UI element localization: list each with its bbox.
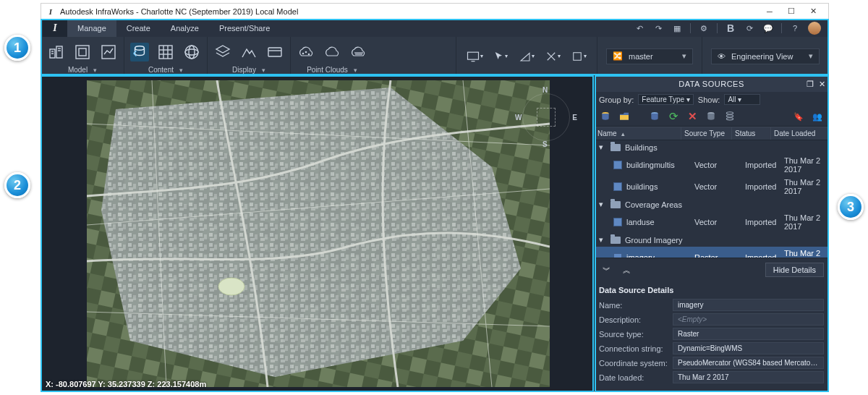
cloud-dense-icon[interactable] [349, 43, 367, 61]
col-name-header[interactable]: Name [597, 129, 617, 137]
db-import-icon[interactable] [130, 43, 149, 61]
callout-3: 3 [838, 194, 864, 220]
chevron-down-icon: ▾ [809, 51, 813, 61]
rectangle-icon[interactable]: ▾ [569, 47, 588, 66]
tab-analyze[interactable]: Analyze [161, 20, 209, 37]
screen-icon[interactable]: ▾ [465, 47, 484, 66]
view-combo-wrap: 👁 Engineering View ▾ [702, 37, 828, 75]
delete-x-icon[interactable]: ✕ [686, 110, 699, 123]
tree-group[interactable]: ▾Buildings [595, 140, 828, 154]
svg-rect-19 [268, 48, 281, 56]
window-title: Autodesk InfraWorks - Charlotte NC (Sept… [60, 7, 298, 16]
db-icon[interactable] [648, 110, 661, 123]
panel-popout-icon[interactable]: ❐ [807, 80, 814, 89]
table-row[interactable]: buildingsVectorImportedThu Mar 2 2017 [595, 176, 828, 198]
db-open-icon[interactable] [618, 110, 631, 123]
tree-group[interactable]: ▾Coverage Areas [595, 198, 828, 211]
grid4-icon[interactable]: ▦ [671, 22, 683, 34]
list-header: Name Source Type Status Date Loaded [595, 127, 828, 140]
group-by-select[interactable]: Feature Type ▾ [638, 94, 694, 105]
tab-manage[interactable]: Manage [67, 20, 116, 37]
panel-filter-row: Group by: Feature Type ▾ Show: All ▾ [595, 92, 828, 107]
tree-group[interactable]: ▾Ground Imagery [595, 233, 828, 247]
globe-icon[interactable] [182, 43, 201, 61]
window-maximize-button[interactable]: ☐ [780, 4, 802, 19]
svg-marker-28 [521, 53, 529, 61]
home-button[interactable]: I [43, 20, 67, 37]
group-by-label: Group by: [599, 95, 634, 104]
card-icon[interactable] [265, 43, 284, 61]
branch-combo-wrap: 🔀 master ▾ [597, 37, 702, 75]
ribbon: Model Content Display Poin [41, 37, 828, 76]
table-row[interactable]: buildingmultisVectorImportedThu Mar 2 20… [595, 154, 828, 176]
bold-b-icon[interactable]: B [725, 22, 736, 34]
svg-point-46 [218, 278, 244, 295]
ribbon-group-label[interactable]: Display [232, 66, 256, 74]
svg-rect-10 [159, 46, 172, 59]
table-row[interactable]: imageryRasterImportedThu Mar 2 2017 [595, 247, 828, 258]
ribbon-inline-tools: ▾ ▾ ▾ ▾ ▾ [456, 37, 597, 75]
group-name: Coverage Areas [625, 200, 682, 209]
data-source-tree[interactable]: ▾BuildingsbuildingmultisVectorImportedTh… [595, 140, 828, 258]
grid-icon[interactable] [156, 43, 175, 61]
chevron-down-icon[interactable] [90, 66, 97, 74]
col-type-header[interactable]: Source Type [681, 127, 732, 140]
folder-icon [610, 237, 621, 244]
row-name: landuse [626, 218, 694, 226]
tab-create[interactable]: Create [116, 20, 161, 37]
cloud-wire-icon[interactable] [297, 43, 315, 61]
refresh-icon[interactable]: ⟳ [744, 22, 755, 34]
chevron-down-icon[interactable] [259, 66, 265, 74]
svg-point-16 [185, 49, 198, 55]
window-close-button[interactable]: ✕ [802, 4, 824, 19]
chart-box-icon[interactable] [99, 43, 118, 61]
hide-details-button[interactable]: Hide Details [765, 263, 824, 277]
chevron-down-icon[interactable] [176, 66, 183, 74]
tab-present-share[interactable]: Present/Share [209, 20, 280, 37]
col-date-header[interactable]: Date Loaded [771, 127, 828, 140]
user-sync-icon[interactable]: 👥 [811, 110, 824, 123]
chevron-down-icon[interactable] [351, 66, 357, 74]
detail-label: Connection string: [599, 344, 668, 353]
mountain-icon[interactable] [239, 43, 258, 61]
triangle-icon[interactable]: ▾ [517, 47, 536, 66]
db-stack-icon[interactable] [723, 110, 736, 123]
collapse-up-icon[interactable]: ︽ [619, 263, 634, 276]
model-canvas[interactable]: N E S W X: -80.807697 Y: 35.237339 Z: 22… [41, 76, 595, 391]
sort-asc-icon[interactable] [620, 129, 625, 137]
group-name: Ground Imagery [625, 236, 682, 245]
window-minimize-button[interactable]: ─ [759, 4, 780, 19]
avatar-icon[interactable] [808, 22, 821, 35]
view-combo[interactable]: 👁 Engineering View ▾ [711, 48, 820, 64]
row-type: Vector [694, 182, 745, 191]
ribbon-group-label[interactable]: Model [68, 66, 88, 74]
ribbon-group-label[interactable]: Content [148, 66, 174, 74]
folder-icon [610, 201, 621, 208]
layers-icon[interactable] [213, 43, 232, 61]
gear-icon[interactable]: ⚙ [698, 22, 710, 34]
flag-red-icon[interactable]: 🔖 [792, 110, 805, 123]
layers-box-icon[interactable] [73, 43, 92, 61]
cloud-icon[interactable] [323, 43, 341, 61]
table-row[interactable]: landuseVectorImportedThu Mar 2 2017 [595, 211, 828, 233]
crossed-tools-icon[interactable]: ▾ [543, 47, 562, 66]
show-select[interactable]: All ▾ [724, 94, 760, 105]
col-status-header[interactable]: Status [732, 127, 771, 140]
chat-icon[interactable]: 💬 [762, 22, 774, 34]
view-cube-compass[interactable]: N E S W [515, 86, 577, 148]
undo-icon[interactable]: ↶ [634, 22, 645, 34]
collapse-down-icon[interactable]: ︾ [599, 263, 613, 276]
redo-icon[interactable]: ↷ [652, 22, 664, 34]
svg-marker-18 [216, 46, 229, 53]
db-add-icon[interactable] [599, 110, 612, 123]
pointer-icon[interactable]: ▾ [491, 47, 510, 66]
tab-label: Present/Share [219, 24, 270, 33]
panel-close-icon[interactable]: ✕ [819, 80, 826, 89]
branch-combo[interactable]: 🔀 master ▾ [606, 48, 693, 64]
help-icon[interactable]: ? [789, 22, 801, 34]
buildings-icon[interactable] [47, 43, 66, 61]
db-grey-icon[interactable] [705, 110, 718, 123]
refresh-green-icon[interactable]: ⟳ [667, 110, 680, 123]
chevron-down-icon: ▾ [682, 51, 686, 61]
ribbon-group-label[interactable]: Point Clouds [307, 66, 348, 74]
